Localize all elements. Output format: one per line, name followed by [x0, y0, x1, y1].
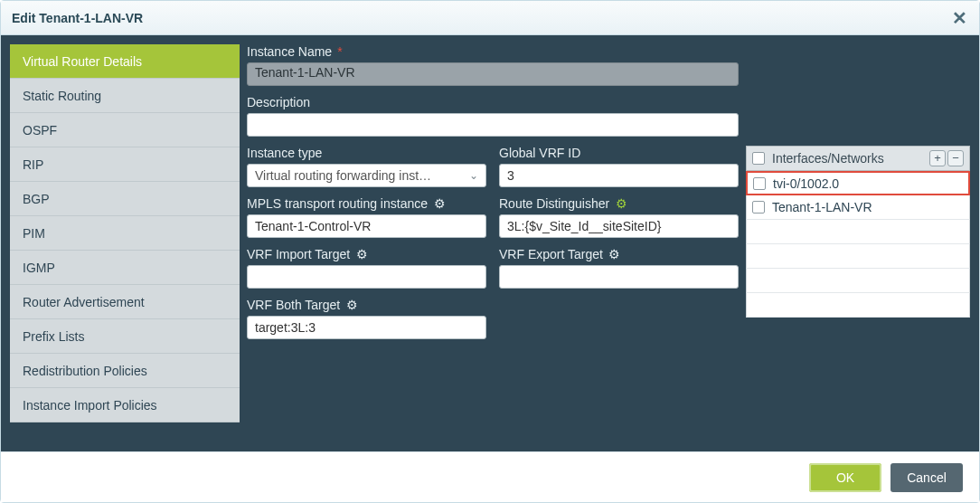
interface-row-empty: .: [746, 269, 970, 293]
modal-header: Edit Tenant-1-LAN-VR ✕: [1, 1, 979, 35]
vrf-both-label: VRF Both Target: [247, 298, 340, 312]
interfaces-panel: Interfaces/Networks + − tvi-0/1002.0 Ten…: [746, 146, 970, 348]
interface-row-checkbox[interactable]: [752, 201, 765, 214]
interface-row-empty: .: [746, 244, 970, 269]
modal-edit-vr: Edit Tenant-1-LAN-VR ✕ Virtual Router De…: [0, 0, 980, 503]
route-distinguisher-input[interactable]: [499, 214, 739, 238]
gear-icon[interactable]: ⚙: [433, 197, 446, 210]
add-interface-button[interactable]: +: [929, 150, 946, 166]
field-instance-name: Instance Name* Tenant-1-LAN-VR: [247, 44, 739, 86]
mpls-input[interactable]: [247, 214, 486, 238]
close-icon[interactable]: ✕: [948, 7, 970, 29]
sidenav-item-virtual-router-details[interactable]: Virtual Router Details: [10, 44, 240, 79]
sidenav-item-static-routing[interactable]: Static Routing: [10, 79, 240, 113]
sidenav-item-ospf[interactable]: OSPF: [10, 113, 240, 147]
sidenav-item-rip[interactable]: RIP: [10, 147, 240, 182]
ok-button[interactable]: OK: [809, 463, 881, 492]
gear-icon[interactable]: ⚙: [608, 248, 621, 261]
sidenav-item-pim[interactable]: PIM: [10, 216, 240, 251]
description-input[interactable]: [247, 113, 739, 137]
interface-row[interactable]: Tenant-1-LAN-VR: [746, 195, 970, 220]
vrf-import-label: VRF Import Target: [247, 247, 350, 261]
sidenav-item-instance-import-policies[interactable]: Instance Import Policies: [10, 388, 240, 422]
description-label: Description: [247, 95, 310, 109]
sidenav-item-igmp[interactable]: IGMP: [10, 251, 240, 285]
interfaces-header-label: Interfaces/Networks: [772, 151, 922, 166]
vrf-import-input[interactable]: [247, 265, 486, 289]
sidenav-item-prefix-lists[interactable]: Prefix Lists: [10, 319, 240, 354]
interface-row-label: Tenant-1-LAN-VR: [772, 200, 872, 214]
sidenav-item-bgp[interactable]: BGP: [10, 182, 240, 216]
remove-interface-button[interactable]: −: [947, 150, 964, 166]
chevron-down-icon: ⌄: [469, 169, 478, 182]
interface-row-empty: .: [746, 293, 970, 318]
interface-row[interactable]: tvi-0/1002.0: [746, 171, 970, 195]
instance-name-label: Instance Name: [247, 44, 332, 59]
modal-title: Edit Tenant-1-LAN-VR: [12, 11, 948, 25]
interfaces-header-checkbox[interactable]: [752, 152, 765, 165]
vrf-both-input[interactable]: [247, 316, 486, 339]
sidenav: Virtual Router Details Static Routing OS…: [10, 44, 240, 442]
sidenav-item-redistribution-policies[interactable]: Redistribution Policies: [10, 354, 240, 388]
gear-icon[interactable]: ⚙: [345, 299, 358, 311]
instance-type-select[interactable]: Virtual routing forwarding inst… ⌄: [247, 164, 486, 187]
gear-icon[interactable]: ⚙: [615, 197, 627, 210]
instance-type-label: Instance type: [247, 146, 322, 160]
interface-row-empty: .: [746, 220, 970, 244]
form-area: Instance Name* Tenant-1-LAN-VR Descripti…: [247, 44, 970, 442]
vrf-export-input[interactable]: [499, 265, 739, 289]
gear-icon[interactable]: ⚙: [355, 248, 368, 261]
modal-footer: OK Cancel: [1, 451, 979, 502]
interface-row-label: tvi-0/1002.0: [773, 176, 839, 191]
modal-body: Virtual Router Details Static Routing OS…: [1, 35, 979, 451]
sidenav-item-router-advertisement[interactable]: Router Advertisement: [10, 285, 240, 319]
route-distinguisher-label: Route Distinguisher: [499, 196, 609, 211]
interface-row-checkbox[interactable]: [753, 177, 766, 190]
cancel-button[interactable]: Cancel: [890, 463, 963, 492]
global-vrf-id-input[interactable]: [499, 164, 739, 187]
global-vrf-id-label: Global VRF ID: [499, 146, 580, 160]
required-marker: *: [337, 44, 342, 59]
field-description: Description: [247, 95, 739, 137]
interfaces-header: Interfaces/Networks + −: [746, 146, 970, 171]
vrf-export-label: VRF Export Target: [499, 247, 603, 261]
instance-name-input[interactable]: Tenant-1-LAN-VR: [247, 62, 739, 86]
mpls-label: MPLS transport routing instance: [247, 196, 428, 211]
